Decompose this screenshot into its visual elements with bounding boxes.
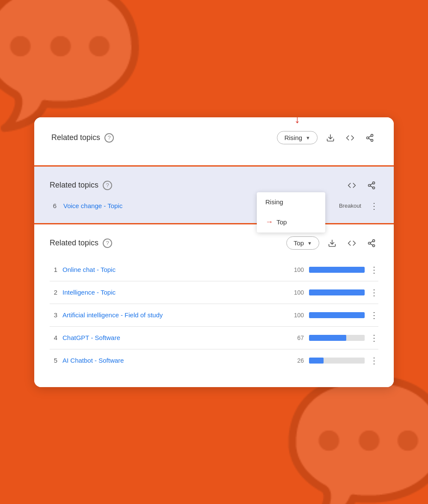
- topic-more-button[interactable]: ⋮: [370, 287, 378, 298]
- red-arrow-annotation: ↓: [294, 117, 300, 126]
- section-dropdown-open: Related topics ? Rising → Top: [34, 167, 394, 224]
- topic-name[interactable]: ChatGPT - Software: [62, 334, 285, 341]
- topic-bar-fill: [309, 267, 365, 273]
- section3-dropdown-label: Top: [294, 239, 304, 247]
- section3-header: Related topics ? Top ▼: [50, 236, 378, 250]
- topic-bar-fill: [309, 358, 324, 364]
- section1-header: Related topics ? ↓ Rising ▼: [51, 131, 377, 145]
- section1-title-group: Related topics ?: [51, 133, 114, 143]
- dropdown-rising-option[interactable]: Rising: [257, 192, 325, 212]
- topic-score: 100: [290, 266, 304, 273]
- section1-share-button[interactable]: [363, 131, 377, 145]
- topic-bar-fill: [309, 312, 365, 318]
- red-arrow-right-icon: →: [265, 218, 273, 227]
- topic-bar-container: [309, 267, 365, 273]
- topic-name[interactable]: Intelligence - Topic: [62, 289, 285, 296]
- topic-name[interactable]: Artificial intelligence - Field of study: [62, 311, 285, 319]
- section2-help-icon[interactable]: ?: [103, 181, 112, 190]
- section3-controls: Top ▼: [286, 236, 378, 250]
- section-rising: Related topics ? ↓ Rising ▼: [34, 117, 394, 167]
- section2-share-button[interactable]: [365, 179, 378, 192]
- section1-code-button[interactable]: [343, 131, 357, 145]
- topics-list: 1 Online chat - Topic 100 ⋮ 2 Intelligen…: [50, 259, 378, 372]
- topic-rank: 3: [50, 311, 57, 319]
- download-icon: [326, 134, 335, 142]
- topic-item: 4 ChatGPT - Software 67 ⋮: [50, 327, 378, 349]
- section3-share-button[interactable]: [365, 236, 378, 250]
- topic-name[interactable]: Online chat - Topic: [62, 266, 285, 273]
- svg-line-9: [370, 186, 373, 187]
- topic-more-button[interactable]: ⋮: [370, 333, 378, 343]
- topic-item: 1 Online chat - Topic 100 ⋮: [50, 259, 378, 281]
- code-icon-2: [348, 181, 356, 190]
- svg-line-5: [369, 136, 371, 137]
- topic-item: 2 Intelligence - Topic 100 ⋮: [50, 281, 378, 304]
- topic-more-button[interactable]: ⋮: [370, 310, 378, 320]
- share-icon-2: [367, 181, 376, 190]
- topic-score: 100: [290, 289, 304, 296]
- section2-controls: [345, 179, 378, 192]
- topic-bar-container: [309, 312, 365, 318]
- topic-name[interactable]: AI Chatbot - Software: [62, 357, 285, 364]
- topic-item: 5 AI Chatbot - Software 26 ⋮: [50, 349, 378, 372]
- topic-score: 26: [290, 357, 304, 364]
- dropdown-top-option[interactable]: → Top: [257, 212, 325, 233]
- topic-more-button[interactable]: ⋮: [370, 265, 378, 275]
- svg-line-10: [370, 183, 373, 185]
- section1-dropdown-wrapper: ↓ Rising ▼: [277, 131, 318, 144]
- svg-line-15: [370, 244, 373, 245]
- chevron-down-icon: ▼: [306, 135, 310, 140]
- section2-code-button[interactable]: [345, 179, 359, 192]
- share-icon-3: [367, 239, 376, 248]
- section1-help-icon[interactable]: ?: [104, 133, 114, 143]
- section1-rising-dropdown[interactable]: Rising ▼: [277, 131, 318, 144]
- section3-code-button[interactable]: [345, 236, 359, 250]
- section2-header: Related topics ?: [50, 179, 378, 192]
- chevron-down-icon-3: ▼: [307, 241, 312, 246]
- code-icon: [346, 134, 354, 142]
- topic-more-button[interactable]: ⋮: [370, 355, 378, 366]
- svg-line-4: [369, 138, 371, 140]
- section2-breakout-badge: Breakout: [339, 203, 361, 209]
- section2-title: Related topics: [50, 181, 98, 190]
- topic-bar-container: [309, 358, 365, 364]
- section2-topic-row: 6 Voice change - Topic Breakout ⋮: [50, 201, 378, 211]
- share-icon: [366, 134, 374, 142]
- topic-score: 67: [290, 334, 304, 341]
- topic-bar-container: [309, 335, 365, 341]
- section3-title-group: Related topics ?: [50, 239, 112, 248]
- section2-title-group: Related topics ?: [50, 181, 112, 190]
- section3-help-icon[interactable]: ?: [103, 239, 112, 248]
- section3-top-dropdown[interactable]: Top ▼: [286, 236, 319, 250]
- topic-rank: 1: [50, 266, 57, 273]
- topic-item: 3 Artificial intelligence - Field of stu…: [50, 304, 378, 327]
- section2-topic-rank: 6: [50, 202, 56, 209]
- section-top-list: Related topics ? Top ▼: [34, 224, 394, 387]
- bg-decorative-icon-left: 💬: [0, 0, 145, 135]
- download-icon-3: [328, 239, 336, 248]
- section1-title: Related topics: [51, 133, 100, 142]
- bg-decorative-icon-right: 💬: [283, 369, 428, 504]
- section1-download-button[interactable]: [324, 131, 337, 145]
- topic-bar-fill: [309, 289, 365, 295]
- topic-bar-container: [309, 289, 365, 295]
- section3-download-button[interactable]: [325, 236, 339, 250]
- topic-bar-fill: [309, 335, 346, 341]
- topic-rank: 5: [50, 357, 57, 364]
- section2-more-button[interactable]: ⋮: [370, 201, 378, 211]
- code-icon-3: [348, 239, 356, 248]
- topic-score: 100: [290, 312, 304, 319]
- section1-dropdown-label: Rising: [284, 134, 302, 141]
- svg-line-16: [370, 241, 373, 242]
- topic-rank: 2: [50, 289, 57, 296]
- dropdown-menu: Rising → Top: [257, 192, 325, 233]
- section1-controls: ↓ Rising ▼: [277, 131, 377, 145]
- main-card: Related topics ? ↓ Rising ▼: [34, 117, 394, 387]
- section3-title: Related topics: [50, 239, 98, 248]
- topic-rank: 4: [50, 334, 57, 341]
